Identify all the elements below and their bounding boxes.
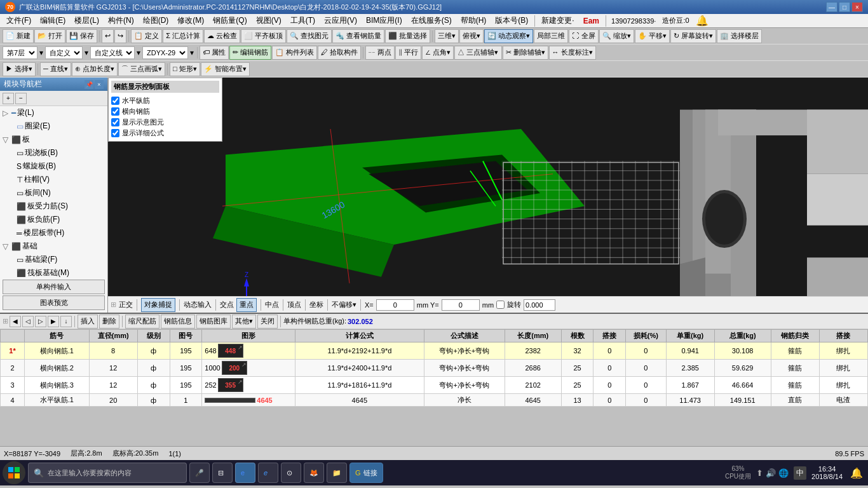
pan-button[interactable]: ✋ 平移▾ [635,29,670,43]
tree-item-ring-beam[interactable]: ▭ 圈梁(E) [5,119,107,133]
code-select[interactable]: ZDYX-29 [142,46,188,59]
orbit-button[interactable]: 🔄 动态观察▾ [484,29,533,43]
nav-next-button[interactable]: ▷ [35,316,46,327]
tree-item-spiral-slab[interactable]: S螺旋板(B) [5,159,107,173]
menu-modify[interactable]: 修改(M) [173,14,208,27]
insert-row-button[interactable]: 插入 [78,315,98,329]
tree-item-beam[interactable]: ▷ ━ 梁(L) [0,106,107,119]
table-row[interactable]: 3 横向钢筋.3 12 ф 195 252 355 ↗ [1,377,868,394]
menu-tools[interactable]: 工具(T) [287,14,319,27]
point-length-button[interactable]: ⊕ 点加长度▾ [72,62,118,76]
pick-component-button[interactable]: 🖊 拾取构件 [318,46,361,60]
menu-draw[interactable]: 绘图(D) [139,14,173,27]
layer-select[interactable]: 第7层 [3,46,37,59]
chrome-button[interactable]: ⊙ [281,463,301,483]
fullscreen-button[interactable]: ⛶ 全屏 [569,29,598,43]
horizontal-rebar-checkbox[interactable] [111,97,119,105]
menu-edit[interactable]: 编辑(E) [36,14,69,27]
sidebar-expand-button[interactable]: + [3,93,14,104]
view-rebar-button[interactable]: 🔩 查看钢筋量 [332,29,384,43]
nav-first-button[interactable]: ◀ [10,316,21,327]
edit-rebar-button[interactable]: ✏ 编辑钢筋 [229,46,271,60]
rebar-option-2[interactable]: 横向钢筋 [111,106,219,117]
calc-button[interactable]: Σ 汇总计算 [163,29,203,43]
top-view-button[interactable]: 俯视▾ [459,29,484,43]
find-element-button[interactable]: 🔍 查找图元 [287,29,332,43]
nav-last-button[interactable]: ▶ [48,316,59,327]
midpoint-button[interactable]: 重点 [236,298,257,312]
menu-floor[interactable]: 楼层(L) [71,14,103,27]
menu-view[interactable]: 视图(V) [252,14,285,27]
tree-item-column-cap[interactable]: ⊤柱帽(V) [5,173,107,186]
table-row[interactable]: 4 水平纵筋.1 20 ф 1 4645 4645 净长 4645 13 [1,394,868,407]
sidebar-collapse-button[interactable]: − [15,93,27,104]
menu-rebar-qty[interactable]: 钢筋量(Q) [209,14,250,27]
sidebar-close-button[interactable]: × [95,80,104,89]
rebar-option-4[interactable]: 显示详细公式 [111,128,219,139]
ggj-app-button[interactable]: G 链接 [349,463,383,483]
delete-row-button[interactable]: 删除 [99,315,119,329]
open-button[interactable]: 📂 打开 [34,29,65,43]
custom-line-select[interactable]: 自定义线 [90,46,135,59]
component-list-button[interactable]: 📋 构件列表 [272,46,317,60]
network-icon[interactable]: 🌐 [778,468,789,478]
maximize-button[interactable]: □ [839,2,850,12]
batch-select-button[interactable]: ⬛ 批量选择 [385,29,430,43]
minimize-button[interactable]: — [826,2,837,12]
close-button[interactable]: × [851,2,863,12]
menu-new-change[interactable]: 新建变更· [538,14,578,27]
rebar-library-button[interactable]: 钢筋图库 [196,315,231,329]
save-button[interactable]: 💾 保存 [66,29,97,43]
select-floor-button[interactable]: 🏢 选择楼层 [717,29,762,43]
rebar-option-1[interactable]: 水平纵筋 [111,95,219,106]
cortana-icon-button[interactable]: 🎤 [189,463,210,483]
length-mark-button[interactable]: ↔ 长度标注▾ [549,46,596,60]
close-panel-button[interactable]: 关闭 [257,315,278,329]
level-top-button[interactable]: ⬜ 平齐板顶 [241,29,286,43]
tray-icon-2[interactable]: 🔊 [766,468,776,478]
menu-help[interactable]: 帮助(H) [457,14,491,27]
tree-item-raft[interactable]: ⬛筏板基础(M) [5,266,107,277]
undo-button[interactable]: ↩ [102,29,114,43]
tree-item-slab[interactable]: ▽ ⬛ 板 [0,133,107,146]
select-tool-button[interactable]: ▶ 选择▾ [3,62,36,76]
local-3d-button[interactable]: 局部三维 [534,29,568,43]
task-view-button[interactable]: ⊟ [212,463,233,483]
show-formula-checkbox[interactable] [111,129,119,137]
tree-item-found-beam[interactable]: ▭基础梁(F) [5,253,107,266]
tree-item-slab-stress[interactable]: ⬛板受力筋(S) [5,200,107,213]
folder-button[interactable]: 📁 [327,463,347,483]
new-button[interactable]: 📄 新建 [3,29,34,43]
nav-down-button[interactable]: ↓ [60,316,72,327]
tray-icon-1[interactable]: ⬆ [756,468,763,478]
two-point-button[interactable]: ╌ 两点 [365,46,395,60]
zoom-button[interactable]: 🔍 缩放▾ [599,29,634,43]
menu-bim[interactable]: BIM应用(I) [362,14,406,27]
menu-file[interactable]: 文件(F) [3,14,35,27]
redo-button[interactable]: ↪ [114,29,126,43]
report-preview-button[interactable]: 图表预览 [3,295,105,310]
other-button[interactable]: 其他▾ [232,315,256,329]
3d-button[interactable]: 三维▾ [435,29,459,43]
table-row[interactable]: 2 横向钢筋.2 12 ф 195 1000 200 ↗ [1,360,868,377]
firefox-button[interactable]: 🦊 [304,463,324,483]
menu-component[interactable]: 构件(N) [104,14,138,27]
three-point-aux-button[interactable]: △ 三点辅轴▾ [454,46,501,60]
edge-button[interactable]: e [258,463,278,483]
nav-prev-button[interactable]: ◁ [22,316,34,327]
menu-eam[interactable]: Eam [580,15,603,27]
rect-tool-button[interactable]: □ 矩形▾ [170,62,200,76]
snap-object-button[interactable]: 对象捕捉 [141,298,175,312]
lateral-rebar-checkbox[interactable] [111,107,119,116]
sidebar-pin-button[interactable]: 📌 [85,80,93,89]
menu-version[interactable]: 版本号(B) [491,14,532,27]
tree-item-slab-neg[interactable]: ⬛板负筋(F) [5,213,107,226]
tree-item-cast-slab[interactable]: ▭现浇板(B) [5,146,107,159]
tree-item-slab-band[interactable]: ═楼层板带(H) [5,226,107,240]
rebar-info-button[interactable]: 钢筋信息 [161,315,195,329]
define-button[interactable]: 📋 定义 [131,29,162,43]
menu-cloud[interactable]: 云应用(V) [320,14,361,27]
tree-item-slab-span[interactable]: ▭板间(N) [5,186,107,200]
rebar-option-3[interactable]: 显示示意图元 [111,117,219,128]
rotate-input[interactable] [524,299,555,311]
